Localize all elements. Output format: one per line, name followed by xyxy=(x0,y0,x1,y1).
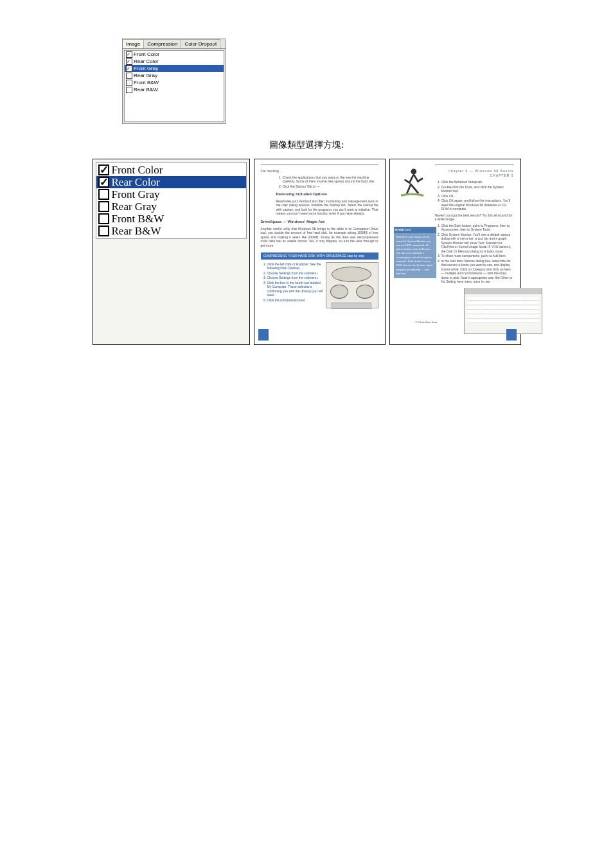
list-item[interactable]: Rear Gray xyxy=(125,72,224,79)
lower-panels: Front Color Rear Color Front Gray Rear G… xyxy=(39,159,574,345)
step-text: Check the applications that you want on … xyxy=(283,175,378,184)
shortcut-sidebar: SHORTCUT Instead of your mouse use to re… xyxy=(394,227,436,278)
intro-steps: Check the applications that you want on … xyxy=(283,175,378,189)
list-item[interactable]: Rear Color xyxy=(125,58,224,65)
tab-image[interactable]: Image xyxy=(123,39,144,48)
checkbox-icon[interactable] xyxy=(126,58,132,65)
step-text: Double-click the Tools, and click the Sy… xyxy=(441,185,514,193)
system-monitor-window xyxy=(464,288,542,334)
list-item[interactable]: Front Gray xyxy=(125,65,224,72)
list-item[interactable]: Front B&W xyxy=(96,213,246,225)
list-item-label: Rear B&W xyxy=(112,225,161,237)
body-text: Another useful utility that Windows 98 b… xyxy=(261,227,378,248)
checkbox-icon[interactable] xyxy=(98,177,109,188)
step-text: Choose Settings from the submenu. xyxy=(267,276,323,280)
list-item[interactable]: Front Color xyxy=(96,164,246,176)
checkbox-icon[interactable] xyxy=(126,73,132,79)
runner-icon xyxy=(394,164,429,200)
page-number-box xyxy=(506,329,517,341)
list-item-label: Front Color xyxy=(134,51,159,58)
checkbox-icon[interactable] xyxy=(98,226,109,236)
checkbox-icon[interactable] xyxy=(98,201,109,212)
titlebar xyxy=(465,288,542,294)
list-item-label: Rear Gray xyxy=(112,200,157,213)
checkbox-icon[interactable] xyxy=(126,80,132,86)
image-type-list-large[interactable]: Front Color Rear Color Front Gray Rear G… xyxy=(96,162,247,239)
list-item-label: Rear B&W xyxy=(134,86,158,93)
list-item-label: Front B&W xyxy=(134,79,159,86)
step-text: In the Add Item Options dialog box, sele… xyxy=(441,259,514,284)
step-text: To show more components, point to Add It… xyxy=(441,254,514,258)
list-item-label: Front Color xyxy=(112,164,163,176)
step-text: Click OK. xyxy=(441,194,514,199)
doc-body: File handling Check the applications tha… xyxy=(254,159,385,314)
list-item[interactable]: Front B&W xyxy=(125,79,224,86)
sidebar-body: Instead of your mouse use to reach the S… xyxy=(396,235,433,275)
step-text: Choose Settings from the submenu. xyxy=(267,271,323,276)
list-item[interactable]: Front Color xyxy=(125,51,224,58)
body-text: Reactivate your Add/pull and then monito… xyxy=(276,199,378,216)
list-item-label: Front Gray xyxy=(134,65,158,72)
list-item-label: Front Gray xyxy=(112,188,160,200)
hint-text: Haven't you got the best results? Try th… xyxy=(435,213,514,222)
section-heading: Removing Included Options xyxy=(276,192,378,197)
breadcrumb: File handling xyxy=(261,169,378,173)
list-item-label: Rear Gray xyxy=(134,72,157,79)
panel-sample-page-right: SHORTCUT Instead of your mouse use to re… xyxy=(389,159,521,345)
panel-image-selection-large: Front Color Rear Color Front Gray Rear G… xyxy=(93,159,250,345)
list-item-label: Front B&W xyxy=(112,213,164,225)
step-list: Click the left click or Explorer. See th… xyxy=(267,262,323,306)
figure-caption: 圖像類型選擇方塊: xyxy=(39,139,574,151)
section-heading: DriveSpace — Windows' Magic Act xyxy=(261,220,378,225)
image-selection-small: Image Compression Color Dropout Front Co… xyxy=(122,39,574,124)
list-item-label: Rear Color xyxy=(112,176,160,188)
checkbox-icon[interactable] xyxy=(126,87,132,93)
tab-row: Image Compression Color Dropout xyxy=(123,39,226,49)
step-list-top: Click the Windows Setup tab. Double-clic… xyxy=(441,180,514,211)
checkbox-icon[interactable] xyxy=(98,189,109,200)
panel-sample-page-left: File handling Check the applications tha… xyxy=(254,159,386,345)
drive-illustration xyxy=(326,262,378,308)
step-text: Click the Startup Tab to — xyxy=(283,184,378,189)
step-list-mid: Click the Start button, point to Program… xyxy=(441,224,514,284)
list-item-label: Rear Color xyxy=(134,58,159,65)
checkbox-icon[interactable] xyxy=(126,51,132,58)
checkbox-icon[interactable] xyxy=(98,213,109,224)
step-text: Click the box in the fourth row labeled … xyxy=(267,281,323,297)
dialog-small: Image Compression Color Dropout Front Co… xyxy=(122,39,226,124)
list-item[interactable]: Front Gray xyxy=(96,188,246,200)
list-item[interactable]: Rear B&W xyxy=(96,225,246,237)
list-item[interactable]: Rear Gray xyxy=(96,200,246,213)
step-text: Click System Monitor. You'll see a defau… xyxy=(441,233,514,254)
step-text: Click OK again, and follow the instructi… xyxy=(441,199,514,211)
step-text: Click the left click or Explorer. See th… xyxy=(267,262,323,270)
tab-color-dropout[interactable]: Color Dropout xyxy=(181,39,220,48)
running-man-illustration xyxy=(394,164,429,202)
step-text: Click the Start button, point to Program… xyxy=(441,224,514,232)
sidebar-heading: SHORTCUT xyxy=(394,227,436,233)
blue-header-bar: COMPRESSING YOUR HARD DISK WITH DRIVESPA… xyxy=(261,252,378,260)
bottom-step: 3. Click Start Scan. xyxy=(416,321,514,324)
page-number-box xyxy=(258,329,269,341)
tab-compression[interactable]: Compression xyxy=(144,39,181,48)
step-text: Click the Windows Setup tab. xyxy=(441,180,514,184)
list-item[interactable]: Rear B&W xyxy=(125,86,224,93)
checkbox-icon[interactable] xyxy=(98,164,109,175)
chapter-label: Chapter 5 — Windows 98 Basics CHAPTER 5 xyxy=(435,169,514,177)
list-item[interactable]: Rear Color xyxy=(96,176,246,188)
caption-label xyxy=(332,303,371,309)
checkbox-icon[interactable] xyxy=(126,66,132,72)
image-type-list-small[interactable]: Front Color Rear Color Front Gray Rear G… xyxy=(124,50,224,122)
step-text: Click the compression tool. xyxy=(267,298,323,303)
